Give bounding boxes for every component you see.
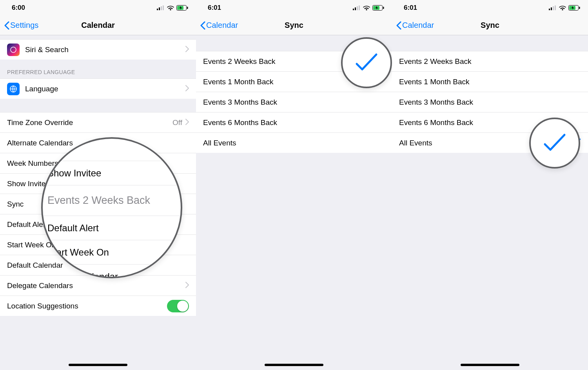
default-calendar-row[interactable]: Default Calendar xyxy=(0,255,196,275)
show-invitee-row[interactable]: Show Invitee xyxy=(0,173,196,194)
cell-label: Events 6 Months Back xyxy=(203,118,385,127)
sync-option-row[interactable]: Events 3 Months Back xyxy=(196,92,392,112)
chevron-left-icon xyxy=(200,21,205,30)
sync-option-row[interactable]: All Events xyxy=(196,132,392,153)
back-label: Settings xyxy=(10,21,38,30)
sync-option-row[interactable]: Events 6 Months Back xyxy=(196,112,392,132)
nav-bar: Calendar Sync xyxy=(196,16,392,35)
location-suggestions-row[interactable]: Location Suggestions xyxy=(0,296,196,316)
battery-charging-icon xyxy=(568,5,580,11)
status-bar: 6:01 xyxy=(392,0,588,16)
chevron-right-icon xyxy=(185,85,189,93)
chevron-right-icon xyxy=(185,281,189,290)
cell-label: Delegate Calendars xyxy=(7,281,185,290)
checkmark-icon xyxy=(377,57,385,66)
default-alert-row[interactable]: Default Alert xyxy=(0,214,196,234)
phone-sync-list-2weeks: 6:01 Calendar Sync Events 2 Weeks Back E… xyxy=(196,0,392,370)
nav-title: Sync xyxy=(285,21,303,30)
status-bar: 6:01 xyxy=(196,0,392,16)
svg-rect-18 xyxy=(553,6,554,10)
checkmark-icon xyxy=(573,138,581,147)
preferred-language-header: PREFERRED LANGUAGE xyxy=(0,60,196,78)
svg-rect-0 xyxy=(157,9,158,10)
nav-title: Calendar xyxy=(81,21,115,30)
status-icons xyxy=(157,5,188,11)
cell-label: Events 3 Months Back xyxy=(399,98,581,107)
nav-bar: Settings Calendar xyxy=(0,16,196,35)
cell-label: Events 2 Weeks Back xyxy=(399,57,581,66)
home-indicator[interactable] xyxy=(461,364,519,366)
sync-option-row[interactable]: Events 2 Weeks Back xyxy=(196,51,392,71)
battery-charging-icon xyxy=(176,5,188,11)
siri-search-row[interactable]: Siri & Search xyxy=(0,39,196,60)
cell-label: All Events xyxy=(203,139,385,147)
phone-calendar-settings: 6:00 Settings Calendar Siri & Search PRE… xyxy=(0,0,196,370)
svg-rect-22 xyxy=(579,7,580,9)
cell-label: Show Invitee xyxy=(7,180,189,188)
wifi-icon xyxy=(167,5,174,11)
chevron-left-icon xyxy=(396,21,401,30)
sync-option-row[interactable]: Events 6 Months Back xyxy=(392,112,588,132)
svg-rect-1 xyxy=(159,7,160,10)
cell-label: Default Calendar xyxy=(7,261,189,270)
cell-label: Siri & Search xyxy=(25,45,185,54)
back-label: Calendar xyxy=(206,21,238,30)
cell-value: Off xyxy=(172,118,182,127)
cell-label: Events 6 Months Back xyxy=(399,118,581,127)
alternate-calendars-row[interactable]: Alternate Calendars xyxy=(0,132,196,153)
status-time: 6:01 xyxy=(208,4,221,12)
globe-icon xyxy=(7,83,20,95)
svg-rect-17 xyxy=(551,7,552,10)
cell-label: Sync xyxy=(7,200,189,209)
svg-rect-19 xyxy=(555,5,556,10)
svg-rect-11 xyxy=(357,6,358,10)
chevron-right-icon xyxy=(185,45,189,54)
status-icons xyxy=(549,5,580,11)
delegate-calendars-row[interactable]: Delegate Calendars xyxy=(0,275,196,296)
status-bar: 6:00 xyxy=(0,0,196,16)
svg-rect-9 xyxy=(353,9,354,10)
sync-option-row[interactable]: Events 1 Month Back xyxy=(392,71,588,92)
signal-icon xyxy=(353,5,361,10)
cell-label: Week Numbers xyxy=(7,159,189,168)
svg-rect-15 xyxy=(383,7,384,9)
sync-option-row[interactable]: All Events xyxy=(392,132,588,153)
svg-rect-6 xyxy=(187,7,188,9)
home-indicator[interactable] xyxy=(69,364,127,366)
sync-option-row[interactable]: Events 2 Weeks Back xyxy=(392,51,588,71)
cell-label: Default Alert xyxy=(7,220,189,229)
location-suggestions-toggle[interactable] xyxy=(167,300,189,312)
nav-bar: Calendar Sync xyxy=(392,16,588,35)
home-indicator[interactable] xyxy=(265,364,323,366)
sync-row[interactable]: Sync xyxy=(0,194,196,214)
status-icons xyxy=(353,5,384,11)
start-week-on-row[interactable]: Start Week On xyxy=(0,234,196,255)
phone-sync-list-allevents: 6:01 Calendar Sync Events 2 Weeks Back E… xyxy=(392,0,588,370)
status-time: 6:01 xyxy=(404,4,417,12)
language-row[interactable]: Language xyxy=(0,78,196,99)
status-time: 6:00 xyxy=(12,4,25,12)
wifi-icon xyxy=(559,5,566,11)
svg-rect-10 xyxy=(355,7,356,10)
week-numbers-row[interactable]: Week Numbers xyxy=(0,153,196,173)
sync-option-row[interactable]: Events 3 Months Back xyxy=(392,92,588,112)
cell-label: Location Suggestions xyxy=(7,302,167,310)
svg-point-7 xyxy=(11,47,16,53)
cell-label: Language xyxy=(25,85,185,93)
svg-rect-16 xyxy=(549,9,550,10)
svg-rect-3 xyxy=(163,5,164,10)
chevron-left-icon xyxy=(4,21,9,30)
time-zone-override-row[interactable]: Time Zone Override Off xyxy=(0,112,196,132)
cell-label: Start Week On xyxy=(7,241,189,249)
back-label: Calendar xyxy=(402,21,434,30)
cell-label: Events 2 Weeks Back xyxy=(203,57,377,66)
back-button[interactable]: Calendar xyxy=(396,21,434,30)
back-button[interactable]: Settings xyxy=(4,21,38,30)
signal-icon xyxy=(549,5,557,10)
sync-option-row[interactable]: Events 1 Month Back xyxy=(196,71,392,92)
cell-label: All Events xyxy=(399,139,573,147)
svg-rect-12 xyxy=(359,5,360,10)
siri-icon xyxy=(7,44,20,56)
back-button[interactable]: Calendar xyxy=(200,21,238,30)
wifi-icon xyxy=(363,5,370,11)
